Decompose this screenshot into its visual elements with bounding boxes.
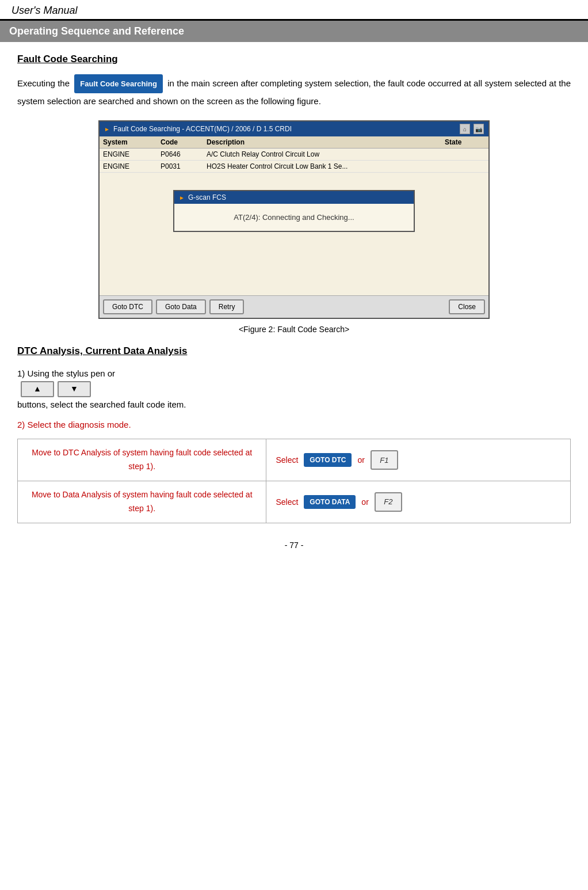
bottom-table: Move to DTC Analysis of system having fa… <box>17 439 571 523</box>
goto-dtc-inline-button[interactable]: GOTO DTC <box>304 453 352 467</box>
table-header: System Code Description State <box>100 136 488 149</box>
step1-text: 1) Using the stylus pen or ▲ ▼ buttons, … <box>17 366 571 412</box>
table-row: ENGINE P0646 A/C Clutch Relay Control Ci… <box>100 149 488 161</box>
intro-before-btn: Executing the <box>17 78 70 88</box>
camera-icon[interactable]: 📷 <box>474 124 484 134</box>
titlebar-icons: ⌂ 📷 <box>460 124 484 134</box>
content: Fault Code Searching Executing the Fault… <box>0 42 588 573</box>
section-heading: Operating Sequence and Reference <box>0 21 588 42</box>
col-description: Description <box>207 138 445 146</box>
down-arrow-button[interactable]: ▼ <box>58 381 91 397</box>
retry-button[interactable]: Retry <box>209 299 245 314</box>
table-row: Move to Data Analysis of system having f… <box>18 481 571 523</box>
fault-screen: ► Fault Code Searching - ACCENT(MC) / 20… <box>98 120 490 319</box>
row1-left-cell: Move to DTC Analysis of system having fa… <box>18 439 266 481</box>
col-state: State <box>445 138 485 146</box>
row1-state <box>445 150 485 158</box>
fault-code-searching-title: Fault Code Searching <box>17 54 571 65</box>
row1-select-label: Select <box>276 455 298 465</box>
row2-select-label: Select <box>276 497 298 507</box>
row2-left-text: Move to Data Analysis of system having f… <box>32 490 253 513</box>
goto-data-button[interactable]: Goto Data <box>156 299 206 314</box>
arrow-buttons: ▲ ▼ <box>21 381 567 397</box>
header-title: User's Manual <box>12 5 77 16</box>
table-row: Move to DTC Analysis of system having fa… <box>18 439 571 481</box>
progress-text: AT(2/4): Connecting and Checking... <box>234 213 354 222</box>
row2-left-cell: Move to Data Analysis of system having f… <box>18 481 266 523</box>
row2-or-label: or <box>361 497 368 507</box>
row2-state <box>445 162 485 170</box>
row1-right-cell: Select GOTO DTC or F1 <box>266 439 571 481</box>
row2-right-cell: Select GOTO DATA or F2 <box>266 481 571 523</box>
dtc-analysis-title: DTC Analysis, Current Data Analysis <box>17 345 571 357</box>
figure-caption: <Figure 2: Fault Code Search> <box>239 325 349 334</box>
row2-right-content: Select GOTO DATA or F2 <box>276 492 561 512</box>
row1-desc: A/C Clutch Relay Control Circuit Low <box>207 150 445 158</box>
up-arrow-button[interactable]: ▲ <box>21 381 54 397</box>
row1-left-text: Move to DTC Analysis of system having fa… <box>32 448 252 471</box>
goto-data-inline-button[interactable]: GOTO DATA <box>304 495 356 509</box>
col-code: Code <box>161 138 207 146</box>
titlebar-left: ► Fault Code Searching - ACCENT(MC) / 20… <box>104 125 292 133</box>
table-row: ENGINE P0031 HO2S Heater Control Circuit… <box>100 161 488 173</box>
home-icon[interactable]: ⌂ <box>460 124 470 134</box>
progress-body: AT(2/4): Connecting and Checking... <box>174 204 414 231</box>
f2-key-button[interactable]: F2 <box>375 492 402 512</box>
header: User's Manual <box>0 0 588 21</box>
titlebar-text: Fault Code Searching - ACCENT(MC) / 2006… <box>113 125 292 133</box>
goto-dtc-button[interactable]: Goto DTC <box>103 299 152 314</box>
col-system: System <box>103 138 161 146</box>
footer: - 77 - <box>17 541 571 561</box>
fault-code-searching-button[interactable]: Fault Code Searching <box>74 74 163 93</box>
row2-system: ENGINE <box>103 162 161 170</box>
step1-suffix: buttons, select the searched fault code … <box>17 400 186 409</box>
empty-rows-area <box>100 249 488 295</box>
page-number: - 77 - <box>285 541 304 550</box>
progress-arrow-icon: ► <box>179 195 185 201</box>
figure-container: ► Fault Code Searching - ACCENT(MC) / 20… <box>17 120 571 334</box>
row1-system: ENGINE <box>103 150 161 158</box>
progress-title-text: G-scan FCS <box>188 193 226 201</box>
row2-desc: HO2S Heater Control Circuit Low Bank 1 S… <box>207 162 445 170</box>
progress-area: ► G-scan FCS AT(2/4): Connecting and Che… <box>100 173 488 249</box>
close-button[interactable]: Close <box>449 299 485 314</box>
title-arrow-icon: ► <box>104 126 110 132</box>
row1-right-content: Select GOTO DTC or F1 <box>276 450 561 470</box>
row1-or-label: or <box>357 455 364 465</box>
progress-overlay: ► G-scan FCS AT(2/4): Connecting and Che… <box>173 190 415 232</box>
step2-text: 2) Select the diagnosis mode. <box>17 420 571 429</box>
step1-prefix: 1) Using the stylus pen or <box>17 368 115 378</box>
step1-row: 1) Using the stylus pen or ▲ ▼ buttons, … <box>17 366 571 412</box>
intro-paragraph: Executing the Fault Code Searching in th… <box>17 74 571 109</box>
row2-code: P0031 <box>161 162 207 170</box>
fault-screen-buttons: Goto DTC Goto Data Retry Close <box>100 295 488 318</box>
fault-screen-titlebar: ► Fault Code Searching - ACCENT(MC) / 20… <box>100 121 488 136</box>
progress-title: ► G-scan FCS <box>174 191 414 204</box>
row1-code: P0646 <box>161 150 207 158</box>
f1-key-button[interactable]: F1 <box>371 450 398 470</box>
